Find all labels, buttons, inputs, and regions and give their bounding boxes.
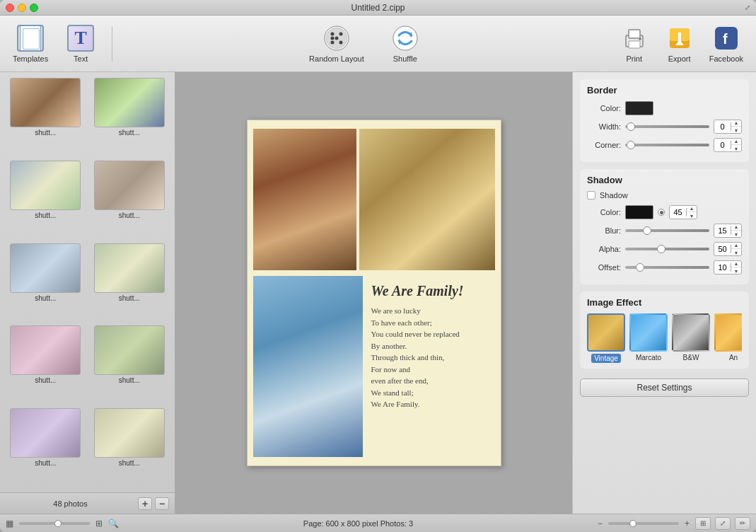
zoom-minus-icon[interactable]: − (598, 519, 603, 528)
export-icon (665, 24, 694, 52)
zoom-plus-icon[interactable]: + (685, 519, 690, 528)
shadow-opacity-radio[interactable] (658, 209, 665, 216)
add-photo-button[interactable]: + (138, 497, 152, 510)
offset-down[interactable]: ▼ (731, 267, 741, 274)
image-effect-section: Image Effect Vintage Marcato B&W (580, 291, 749, 369)
expand-btn[interactable]: ⤢ (715, 517, 731, 530)
photo-label: shutt... (119, 294, 140, 302)
reset-settings-button[interactable]: Reset Settings (580, 378, 749, 397)
effect-bw[interactable]: B&W (672, 313, 710, 363)
poem-line-5: Through thick and thin, (371, 353, 445, 362)
canvas-photo-right[interactable] (359, 129, 494, 270)
shadow-color-up[interactable]: ▲ (687, 205, 697, 212)
poem-line-3: You could never be replaced (371, 330, 460, 338)
status-right: ⊞ ⤢ ✏ (695, 517, 750, 530)
blur-down[interactable]: ▼ (731, 231, 741, 238)
border-corner-down[interactable]: ▼ (731, 145, 741, 152)
shadow-color-swatch[interactable] (625, 205, 653, 219)
shadow-checkbox[interactable] (587, 191, 595, 200)
random-layout-button[interactable]: Random Layout (303, 21, 370, 66)
list-item[interactable]: shutt... (90, 78, 170, 156)
list-item[interactable]: shutt... (6, 243, 86, 322)
canvas-bottom-row: We Are Family! We are so lucky To have e… (253, 276, 495, 457)
shadow-color-down[interactable]: ▼ (687, 212, 697, 219)
main-content: shutt... shutt... shutt... shutt... shut… (0, 72, 756, 514)
list-item[interactable]: shutt... (6, 161, 86, 239)
photo-label: shutt... (119, 459, 140, 467)
close-button[interactable] (6, 4, 14, 12)
maximize-button[interactable] (30, 4, 38, 12)
list-item[interactable]: shutt... (6, 325, 86, 404)
photo-thumbnail (10, 408, 81, 458)
alpha-label: Alpha: (587, 245, 621, 253)
canvas-photo-bottom-left[interactable] (253, 276, 363, 457)
list-item[interactable]: shutt... (90, 408, 170, 487)
grid-view-icon[interactable]: ▦ (6, 519, 13, 528)
blur-spinner[interactable]: 15 ▲ ▼ (714, 224, 742, 238)
border-width-up[interactable]: ▲ (731, 120, 741, 127)
grid-btn[interactable]: ⊞ (695, 517, 711, 530)
right-panel: Border Color: Width: 0 ▲ (572, 72, 756, 514)
photo-label: shutt... (35, 212, 56, 219)
remove-photo-button[interactable]: − (155, 497, 169, 510)
svg-point-2 (330, 33, 334, 36)
photo-label: shutt... (35, 129, 56, 137)
left-slider (19, 522, 90, 525)
minimize-button[interactable] (18, 4, 26, 12)
offset-up[interactable]: ▲ (731, 260, 741, 267)
list-item[interactable]: shutt... (90, 243, 170, 322)
canvas-text-area: We Are Family! We are so lucky To have e… (366, 276, 495, 457)
border-corner-slider[interactable] (625, 144, 709, 146)
export-button[interactable]: Export (658, 21, 701, 66)
effect-vintage[interactable]: Vintage (587, 313, 625, 363)
border-width-down[interactable]: ▼ (731, 127, 741, 134)
list-item[interactable]: shutt... (90, 161, 170, 239)
photo-canvas[interactable]: We Are Family! We are so lucky To have e… (247, 120, 501, 466)
alpha-down[interactable]: ▼ (731, 249, 741, 256)
border-corner-up[interactable]: ▲ (731, 138, 741, 145)
blur-up[interactable]: ▲ (731, 224, 741, 231)
zoom-slider[interactable] (608, 522, 679, 525)
shuffle-button[interactable]: Shuffle (384, 21, 426, 66)
alpha-slider[interactable] (625, 248, 709, 250)
text-button[interactable]: T Text (59, 21, 102, 66)
offset-value: 10 (714, 263, 731, 272)
svg-point-8 (393, 26, 417, 50)
border-corner-spinner[interactable]: 0 ▲ ▼ (714, 138, 742, 152)
canvas-photo-left[interactable] (253, 129, 357, 270)
facebook-button[interactable]: f Facebook (704, 21, 749, 66)
expand-icon[interactable]: ⤢ (745, 4, 750, 11)
fit-icon[interactable]: ⊞ (95, 519, 103, 528)
svg-rect-13 (629, 41, 640, 48)
photo-label: shutt... (35, 459, 56, 467)
photo-thumbnail (10, 325, 81, 375)
effect-an[interactable]: An (714, 313, 742, 363)
width-label: Width: (587, 122, 621, 131)
app-window: Untitled 2.cipp ⤢ Templates T Text (0, 0, 756, 532)
effect-marcato[interactable]: Marcato (629, 313, 668, 363)
border-section: Border Color: Width: 0 ▲ (580, 79, 749, 162)
blur-slider[interactable] (625, 229, 709, 232)
list-item[interactable]: shutt... (90, 325, 170, 404)
left-zoom-slider[interactable] (19, 522, 90, 525)
border-color-swatch[interactable] (625, 101, 653, 115)
canvas-title: We Are Family! (371, 283, 489, 299)
svg-point-4 (330, 41, 334, 45)
edit-btn[interactable]: ✏ (735, 517, 750, 530)
templates-button[interactable]: Templates (7, 21, 54, 66)
border-width-value: 0 (714, 122, 731, 131)
offset-slider[interactable] (625, 266, 709, 269)
photo-thumbnail (10, 78, 81, 127)
border-width-spinner[interactable]: 0 ▲ ▼ (714, 120, 742, 134)
border-width-slider[interactable] (625, 125, 709, 128)
print-button[interactable]: Print (613, 21, 656, 66)
list-item[interactable]: shutt... (6, 408, 86, 487)
list-item[interactable]: shutt... (6, 78, 86, 156)
vintage-thumb (587, 313, 625, 352)
search-icon[interactable]: 🔍 (108, 519, 119, 528)
alpha-spinner[interactable]: 50 ▲ ▼ (714, 242, 742, 256)
alpha-up[interactable]: ▲ (731, 242, 741, 249)
shadow-color-spinner[interactable]: 45 ▲ ▼ (669, 205, 697, 219)
poem-line-1: We are so lucky (371, 306, 421, 315)
offset-spinner[interactable]: 10 ▲ ▼ (714, 260, 742, 274)
